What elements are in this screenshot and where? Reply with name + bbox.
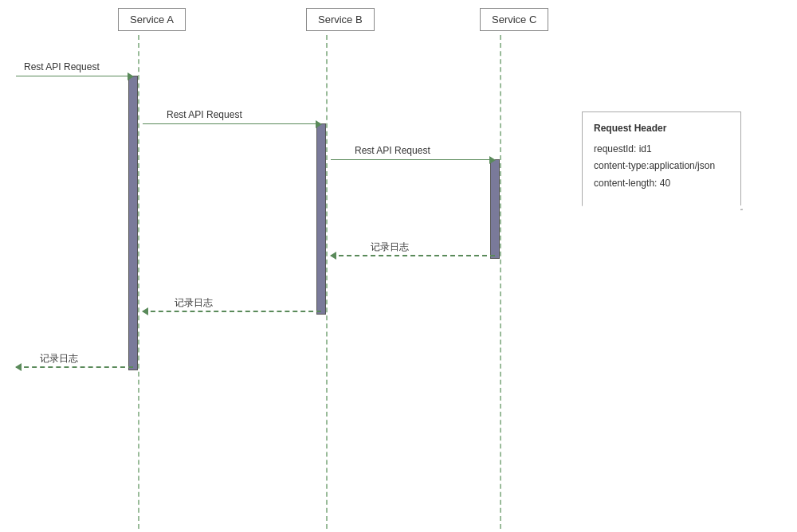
- arrow-label-arr4: 记录日志: [371, 241, 409, 254]
- arrow-label-arr2: Rest API Request: [167, 109, 242, 120]
- lifeline-line-b: [326, 35, 328, 529]
- arrow-label-arr1: Rest API Request: [24, 61, 100, 72]
- lifeline-line-a: [138, 35, 139, 529]
- activation-bar-barB: [316, 123, 326, 315]
- lifeline-line-c: [500, 35, 501, 529]
- note-wavy-border: [582, 205, 743, 214]
- arrow-arr1: [16, 76, 133, 76]
- lifeline-box-c: Service C: [480, 8, 548, 31]
- arrow-arr4: [331, 255, 495, 256]
- activation-bar-barC: [490, 159, 500, 259]
- note-line-1: content-type:application/json: [594, 158, 729, 175]
- arrow-arr6: [16, 366, 133, 367]
- sequence-diagram: Service AService BService CRest API Requ…: [0, 0, 797, 532]
- arrow-arr2: [143, 123, 321, 124]
- lifeline-box-a: Service A: [118, 8, 186, 31]
- lifeline-box-b: Service B: [306, 8, 375, 31]
- note-line-2: content-length: 40: [594, 175, 729, 193]
- note-box: Request HeaderrequestId: id1content-type…: [582, 111, 741, 205]
- activation-bar-barA: [128, 76, 138, 370]
- arrow-label-arr5: 记录日志: [175, 296, 213, 310]
- arrow-label-arr3: Rest API Request: [355, 145, 430, 156]
- arrow-label-arr6: 记录日志: [40, 352, 78, 366]
- note-line-0: requestId: id1: [594, 141, 729, 158]
- arrow-arr5: [143, 311, 321, 311]
- arrow-arr3: [331, 159, 495, 160]
- note-title: Request Header: [594, 120, 729, 138]
